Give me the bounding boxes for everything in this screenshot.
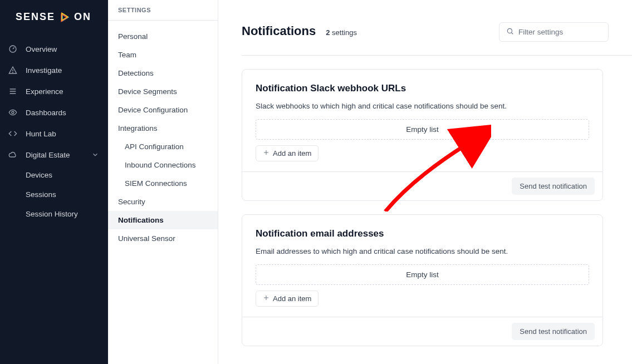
warning-icon — [8, 65, 18, 75]
send-test-notification-button[interactable]: Send test notification — [512, 178, 595, 195]
settings-item-security[interactable]: Security — [108, 193, 218, 211]
filter-settings-input[interactable] — [518, 28, 601, 36]
nav-item-digital-estate[interactable]: Digital Estate — [0, 144, 108, 165]
brand-logo: SENSE ON — [0, 0, 108, 38]
add-item-label: Add an item — [273, 294, 311, 303]
play-icon — [59, 12, 70, 23]
settings-item-universal-sensor[interactable]: Universal Sensor — [108, 229, 218, 248]
svg-point-5 — [12, 111, 14, 114]
card-title: Notification email addresses — [256, 228, 589, 239]
add-item-button[interactable]: Add an item — [256, 145, 319, 161]
settings-item-device-segments[interactable]: Device Segments — [108, 82, 218, 101]
brand-right: ON — [74, 11, 91, 23]
settings-count-label: settings — [332, 28, 357, 37]
settings-header: SETTINGS — [108, 0, 218, 21]
settings-subitem-siem-connections[interactable]: SIEM Connections — [108, 174, 218, 193]
nav-item-investigate[interactable]: Investigate — [0, 60, 108, 81]
nav-list: Overview Investigate Experience Dashboar… — [0, 38, 108, 224]
card-email-addresses: Notification email addresses Email addre… — [242, 214, 603, 346]
settings-item-detections[interactable]: Detections — [108, 64, 218, 82]
page-title: Notifications — [242, 24, 316, 38]
nav-item-dashboards[interactable]: Dashboards — [0, 102, 108, 123]
nav-item-hunt-lab[interactable]: Hunt Lab — [0, 123, 108, 144]
card-title: Notification Slack webhook URLs — [256, 83, 589, 94]
nav-item-experience[interactable]: Experience — [0, 81, 108, 102]
nav-subitem-session-history[interactable]: Session History — [0, 204, 108, 224]
settings-count: 2 settings — [326, 28, 357, 37]
nav-label: Overview — [26, 45, 57, 53]
search-icon — [506, 27, 514, 37]
filter-settings-box[interactable] — [499, 22, 609, 42]
eye-icon — [8, 107, 18, 117]
nav-item-overview[interactable]: Overview — [0, 38, 108, 60]
nav-label: Dashboards — [26, 109, 66, 117]
plus-icon — [263, 294, 270, 303]
nav-subitem-devices[interactable]: Devices — [0, 165, 108, 185]
send-test-notification-button[interactable]: Send test notification — [512, 323, 595, 340]
add-item-label: Add an item — [273, 149, 311, 158]
main-header: Notifications 2 settings — [242, 22, 632, 56]
empty-list-placeholder: Empty list — [256, 119, 589, 140]
card-slack-webhooks: Notification Slack webhook URLs Slack we… — [242, 69, 603, 201]
nav-label: Investigate — [26, 66, 62, 75]
settings-subitem-inbound-connections[interactable]: Inbound Connections — [108, 156, 218, 174]
settings-item-device-configuration[interactable]: Device Configuration — [108, 101, 218, 119]
svg-point-6 — [507, 28, 512, 33]
svg-point-4 — [13, 72, 13, 73]
plus-icon — [263, 149, 270, 158]
code-icon — [8, 129, 18, 139]
settings-item-notifications[interactable]: Notifications — [108, 211, 218, 229]
nav-label: Experience — [26, 87, 63, 96]
gauge-icon — [8, 44, 18, 54]
settings-item-integrations[interactable]: Integrations — [108, 119, 218, 137]
nav-subitem-sessions[interactable]: Sessions — [0, 185, 108, 204]
settings-sidebar: SETTINGS Personal Team Detections Device… — [108, 0, 218, 364]
main-content: Notifications 2 settings Notification Sl… — [218, 0, 632, 364]
nav-label: Hunt Lab — [26, 130, 56, 138]
settings-item-personal[interactable]: Personal — [108, 27, 218, 46]
empty-list-placeholder: Empty list — [256, 264, 589, 285]
brand-left: SENSE — [16, 11, 55, 23]
add-item-button[interactable]: Add an item — [256, 291, 319, 307]
settings-list: Personal Team Detections Device Segments… — [108, 21, 218, 248]
nav-label: Digital Estate — [26, 151, 70, 159]
settings-subitem-api-configuration[interactable]: API Configuration — [108, 137, 218, 156]
chevron-down-icon — [90, 150, 100, 160]
cloud-icon — [8, 150, 18, 160]
card-description: Email addresses to which high and critic… — [256, 247, 589, 255]
card-description: Slack webhooks to which high and critica… — [256, 102, 589, 110]
primary-nav-sidebar: SENSE ON Overview Investigate — [0, 0, 108, 364]
settings-item-team[interactable]: Team — [108, 46, 218, 64]
settings-count-number: 2 — [326, 28, 330, 37]
list-icon — [8, 86, 18, 96]
